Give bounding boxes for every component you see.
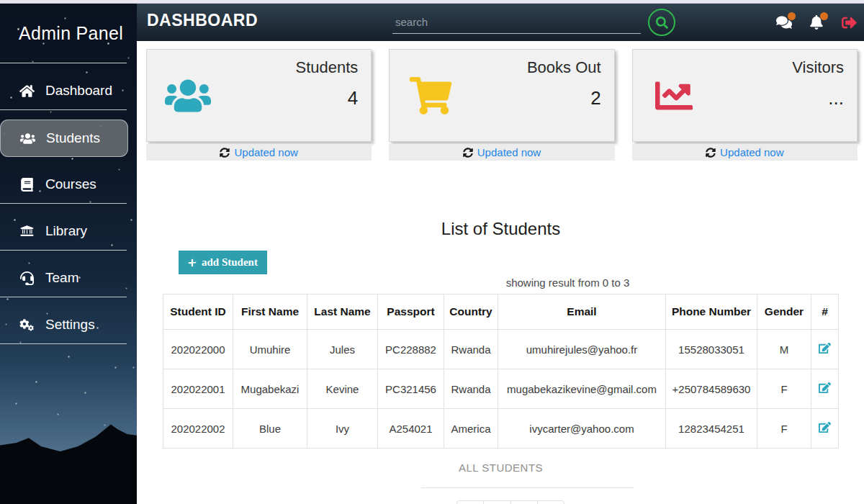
cell-country: Rwanda xyxy=(444,369,498,409)
starry-sky-background xyxy=(0,4,1,4)
card-footer-label: Updated now xyxy=(234,146,297,158)
headset-icon xyxy=(19,271,35,285)
edit-icon xyxy=(819,342,831,354)
cell-student-id: 202022002 xyxy=(163,409,233,449)
university-icon xyxy=(19,225,35,238)
col-passport: Passport xyxy=(378,294,444,330)
add-student-button[interactable]: add Student xyxy=(179,251,267,274)
table-row: 202022002 Blue Ivy A254021 America ivyca… xyxy=(163,409,839,449)
col-gender: Gender xyxy=(757,294,811,330)
pagination: « 1 2 » xyxy=(173,500,849,504)
col-first-name: First Name xyxy=(233,294,307,330)
search-area xyxy=(392,4,675,41)
card-label: Books Out xyxy=(527,58,601,77)
logout-button[interactable] xyxy=(841,15,858,30)
pagination-next[interactable]: » xyxy=(538,500,564,504)
gears-icon xyxy=(19,318,35,332)
stat-cards: Students 4 Updated now Books Out 2 xyxy=(137,41,864,161)
divider xyxy=(0,63,127,63)
search-input[interactable] xyxy=(392,11,641,34)
cell-last-name: Jules xyxy=(307,330,378,369)
cell-gender: M xyxy=(757,330,811,369)
card-value: 4 xyxy=(295,87,358,109)
sidebar-item-dashboard[interactable]: Dashboard xyxy=(0,73,127,110)
pagination-page-2[interactable]: 2 xyxy=(511,500,538,504)
col-last-name: Last Name xyxy=(307,294,378,330)
cell-gender: F xyxy=(757,369,811,409)
messages-badge xyxy=(788,12,796,20)
sidebar-nav: Dashboard Students Courses Library Team … xyxy=(0,73,137,344)
cell-actions xyxy=(811,409,839,449)
showing-result-text: showing result from 0 to 3 xyxy=(230,276,864,289)
card-value: 2 xyxy=(527,87,601,109)
cell-phone: 12823454251 xyxy=(666,409,757,449)
col-country: Country xyxy=(444,294,498,330)
card-updated-link[interactable]: Updated now xyxy=(146,144,372,161)
sidebar-item-label: Team xyxy=(45,270,78,286)
sidebar-item-team[interactable]: Team xyxy=(0,260,127,297)
col-student-id: Student ID xyxy=(163,294,233,330)
students-table-body: 202022000 Umuhire Jules PC228882 Rwanda … xyxy=(163,330,839,449)
table-row: 202022000 Umuhire Jules PC228882 Rwanda … xyxy=(163,330,839,369)
chart-line-icon xyxy=(651,77,697,114)
card-books-out: Books Out 2 xyxy=(389,49,614,142)
refresh-icon xyxy=(220,148,230,158)
book-icon xyxy=(19,178,35,192)
card-value: ... xyxy=(792,87,844,109)
sidebar-item-label: Dashboard xyxy=(45,83,112,99)
card-label: Students xyxy=(295,58,358,77)
logout-icon xyxy=(841,15,858,30)
cell-first-name: Mugabekazi xyxy=(233,369,307,409)
card-label: Visitors xyxy=(792,58,844,77)
plus-icon xyxy=(188,258,197,267)
sidebar-item-label: Settings xyxy=(45,317,95,333)
table-row: 202022001 Mugabekazi Kevine PC321456 Rwa… xyxy=(163,369,839,409)
refresh-icon xyxy=(463,148,473,158)
edit-row-button[interactable] xyxy=(819,342,831,354)
cell-first-name: Umuhire xyxy=(233,330,307,369)
pagination-page-1[interactable]: 1 xyxy=(484,500,510,504)
sidebar-item-settings[interactable]: Settings xyxy=(0,307,127,344)
card-updated-link[interactable]: Updated now xyxy=(389,144,614,161)
card-visitors: Visitors ... xyxy=(632,49,858,142)
cell-actions xyxy=(811,369,839,409)
sidebar-item-library[interactable]: Library xyxy=(0,213,127,251)
pagination-prev[interactable]: « xyxy=(457,500,484,504)
search-button[interactable] xyxy=(648,9,675,36)
users-icon xyxy=(165,77,211,114)
card-students: Students 4 xyxy=(146,49,372,142)
students-section: List of Students add Student showing res… xyxy=(137,161,864,504)
cart-icon xyxy=(408,77,454,114)
cell-student-id: 202022001 xyxy=(163,369,233,409)
home-icon xyxy=(19,84,35,98)
cell-last-name: Kevine xyxy=(307,369,378,409)
cell-country: Rwanda xyxy=(444,330,498,369)
edit-row-button[interactable] xyxy=(819,382,831,394)
sidebar-item-students[interactable]: Students xyxy=(0,120,128,157)
cell-actions xyxy=(811,330,839,369)
list-heading: List of Students xyxy=(163,219,839,239)
notifications-button[interactable] xyxy=(809,15,824,30)
edit-icon xyxy=(819,421,831,433)
edit-icon xyxy=(819,382,831,394)
messages-button[interactable] xyxy=(776,15,792,30)
cell-passport: PC321456 xyxy=(378,369,444,409)
cell-phone: +250784589630 xyxy=(666,369,757,409)
col-email: Email xyxy=(498,294,666,330)
card-updated-link[interactable]: Updated now xyxy=(632,144,858,161)
table-header-row: Student ID First Name Last Name Passport… xyxy=(163,294,839,330)
cell-gender: F xyxy=(757,409,811,449)
cell-country: America xyxy=(444,409,498,449)
cell-passport: A254021 xyxy=(378,409,444,449)
cell-email: ivycarter@yahoo.com xyxy=(498,409,666,449)
topbar: DASHBOARD xyxy=(137,4,864,41)
refresh-icon xyxy=(706,148,716,158)
sidebar-item-label: Library xyxy=(45,223,87,239)
sidebar-item-courses[interactable]: Courses xyxy=(0,166,127,204)
cell-passport: PC228882 xyxy=(378,330,444,369)
mountain-silhouette xyxy=(0,382,137,504)
sidebar-item-label: Students xyxy=(46,130,100,146)
edit-row-button[interactable] xyxy=(819,421,831,433)
notifications-badge xyxy=(820,12,828,20)
students-table: Student ID First Name Last Name Passport… xyxy=(163,294,839,449)
